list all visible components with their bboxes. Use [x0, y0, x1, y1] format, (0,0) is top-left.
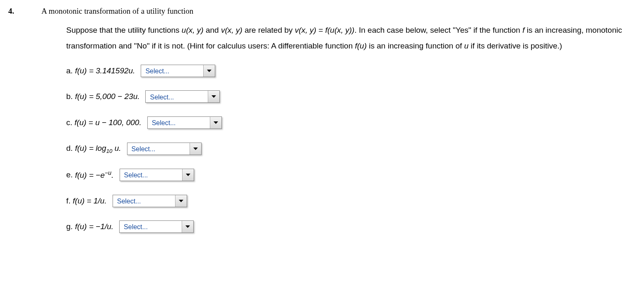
svg-marker-6	[185, 225, 190, 228]
chevron-down-icon	[190, 143, 201, 155]
item-f-label: f. f(u) = 1/u.	[66, 194, 107, 208]
item-a-label: a. f(u) = 3.141592u.	[66, 64, 135, 78]
item-g: g. f(u) = −1/u. Select...	[66, 220, 636, 234]
select-placeholder: Select...	[141, 65, 203, 77]
question-number: 4.	[8, 4, 41, 18]
chevron-down-icon	[210, 117, 221, 128]
item-c-label: c. f(u) = u − 100, 000.	[66, 116, 142, 130]
item-d-label: d. f(u) = log10 u.	[66, 141, 121, 156]
item-f: f. f(u) = 1/u. Select...	[66, 194, 636, 208]
question-heading: A monotonic transformation of a utility …	[41, 4, 636, 18]
item-g-label: g. f(u) = −1/u.	[66, 220, 113, 234]
item-b-expr: f(u) = 5,000 − 23u.	[75, 92, 139, 101]
item-e: e. f(u) = −e−u. Select...	[66, 167, 636, 182]
select-placeholder: Select...	[113, 195, 175, 207]
body-text-frag: Suppose that the utility functions	[66, 26, 182, 34]
select-d[interactable]: Select...	[127, 143, 202, 155]
select-placeholder: Select...	[146, 91, 208, 102]
item-letter: g.	[66, 222, 73, 231]
item-c-expr: f(u) = u − 100, 000.	[74, 118, 142, 127]
select-placeholder: Select...	[127, 143, 190, 155]
question-body: Suppose that the utility functions u(x, …	[66, 22, 636, 54]
item-a: a. f(u) = 3.141592u. Select...	[66, 64, 636, 78]
svg-marker-4	[186, 174, 190, 176]
svg-marker-0	[207, 70, 211, 72]
body-text-frag: are related by	[243, 26, 295, 34]
select-e[interactable]: Select...	[120, 169, 194, 181]
items-list: a. f(u) = 3.141592u. Select... b. f(u) =…	[66, 64, 636, 234]
math-vxy: v(x, y)	[221, 26, 243, 34]
math-rel: v(x, y) = f(u(x, y))	[295, 26, 354, 34]
chevron-down-icon	[208, 91, 219, 102]
body-text-frag: if its derivative is positive.)	[469, 41, 562, 50]
item-d-expr: f(u) = log10 u.	[75, 144, 121, 152]
chevron-down-icon	[182, 169, 194, 181]
item-letter: a.	[66, 66, 73, 75]
svg-marker-1	[211, 95, 216, 98]
body-text-frag: and	[204, 26, 221, 34]
item-b: b. f(u) = 5,000 − 23u. Select...	[66, 90, 636, 104]
item-g-expr: f(u) = −1/u.	[75, 222, 113, 231]
chevron-down-icon	[203, 65, 215, 77]
item-f-expr: f(u) = 1/u.	[73, 196, 107, 205]
math-uxy: u(x, y)	[182, 26, 204, 34]
math-fu: f(u)	[355, 41, 367, 50]
item-d: d. f(u) = log10 u. Select...	[66, 141, 636, 156]
select-c[interactable]: Select...	[147, 116, 222, 129]
chevron-down-icon	[182, 221, 193, 232]
svg-marker-3	[193, 148, 198, 150]
item-letter: d.	[66, 144, 73, 152]
chevron-down-icon	[175, 195, 187, 207]
select-a[interactable]: Select...	[141, 65, 215, 77]
select-g[interactable]: Select...	[119, 220, 194, 233]
item-c: c. f(u) = u − 100, 000. Select...	[66, 116, 636, 130]
body-text-frag: . In each case below, select "Yes" if th…	[354, 26, 522, 34]
svg-marker-5	[179, 200, 183, 202]
item-letter: e.	[66, 171, 73, 179]
body-text-frag: is an increasing function of	[367, 41, 464, 50]
select-placeholder: Select...	[120, 169, 182, 181]
svg-marker-2	[214, 121, 218, 124]
item-a-expr: f(u) = 3.141592u.	[75, 66, 135, 75]
item-letter: b.	[66, 92, 73, 101]
item-b-label: b. f(u) = 5,000 − 23u.	[66, 90, 139, 104]
item-e-label: e. f(u) = −e−u.	[66, 167, 114, 182]
select-f[interactable]: Select...	[113, 195, 187, 207]
select-placeholder: Select...	[120, 221, 182, 232]
select-placeholder: Select...	[148, 117, 210, 128]
item-e-expr: f(u) = −e−u.	[75, 171, 113, 179]
item-letter: f.	[66, 196, 71, 205]
select-b[interactable]: Select...	[145, 90, 220, 103]
item-letter: c.	[66, 118, 72, 127]
math-u: u	[464, 41, 469, 50]
